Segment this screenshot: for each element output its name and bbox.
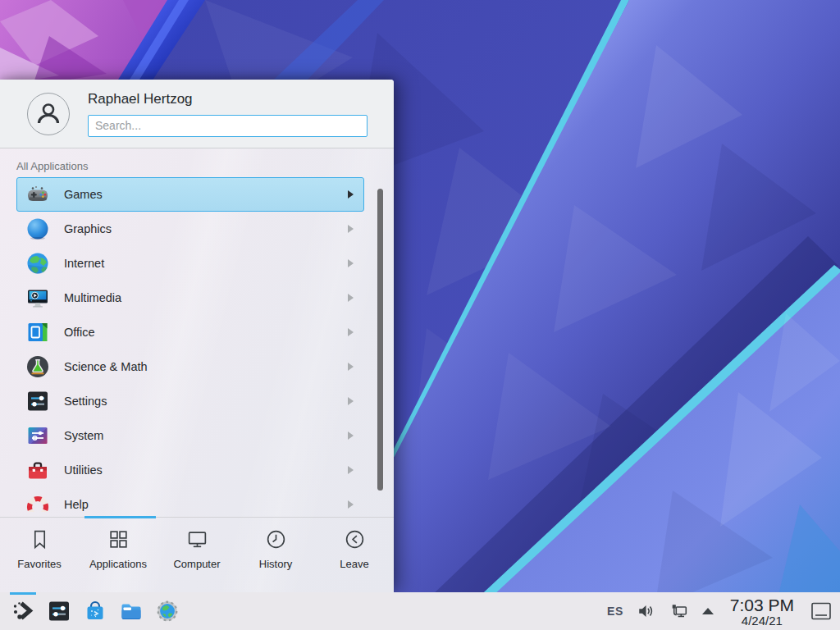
category-settings[interactable]: Settings [16,384,364,418]
application-launcher-button[interactable] [5,592,41,630]
category-label: Games [64,188,348,201]
category-label: Settings [64,395,348,408]
category-internet[interactable]: Internet [16,246,364,281]
science-icon [25,354,51,380]
person-icon [34,100,62,128]
system-icon [25,422,51,449]
internet-icon [25,250,51,276]
system-settings-launcher[interactable] [41,592,77,630]
application-launcher-popup: Raphael Hertzog All Applications [0,80,394,592]
search-input[interactable] [88,115,368,137]
web-browser-launcher[interactable] [149,592,185,630]
section-label: All Applications [16,160,394,172]
submenu-arrow-icon [348,328,354,336]
system-tray: ES 7:03 PM 4/24/21 [602,592,840,630]
discover-icon [82,598,108,624]
kde-launcher-icon [10,598,36,624]
launcher-tab-bar: Favorites Applications Computer [0,517,394,592]
category-games[interactable]: Games [16,177,364,212]
network-icon [669,601,689,621]
submenu-arrow-icon [348,431,354,440]
leave-icon [344,528,366,550]
launcher-active-indicator [10,592,36,595]
category-label: Science & Math [64,360,348,373]
submenu-arrow-icon [348,190,354,199]
clock-time: 7:03 PM [730,596,794,614]
category-system[interactable]: System [16,418,364,453]
show-desktop-button[interactable] [809,599,833,623]
taskbar: ES 7:03 PM 4/24/21 [0,592,840,630]
help-icon [25,491,51,512]
utilities-icon [25,457,51,483]
system-settings-icon [46,598,72,624]
category-science-math[interactable]: Science & Math [16,349,364,384]
user-name: Raphael Hertzog [88,91,369,107]
category-help[interactable]: Help [16,487,364,512]
games-icon [25,181,51,208]
category-label: System [64,429,348,442]
application-category-list: Games Graphics [0,177,394,512]
category-office[interactable]: Office [16,315,364,349]
submenu-arrow-icon [348,397,354,405]
category-label: Help [64,498,348,511]
submenu-arrow-icon [348,225,354,233]
submenu-arrow-icon [348,500,354,509]
speaker-icon [637,601,656,621]
folder-icon [118,598,144,624]
category-label: Internet [64,257,348,270]
user-avatar[interactable] [27,93,70,135]
submenu-arrow-icon [348,466,354,474]
applications-icon [107,528,130,550]
keyboard-layout-indicator[interactable]: ES [602,592,628,630]
network-tray-icon[interactable] [664,592,694,630]
submenu-arrow-icon [348,294,354,302]
settings-icon [25,388,51,414]
file-manager-launcher[interactable] [113,592,149,630]
tab-leave[interactable]: Leave [315,528,394,592]
submenu-arrow-icon [348,363,354,371]
web-browser-icon [155,599,180,623]
caret-up-icon [702,608,714,614]
category-label: Utilities [64,463,348,477]
tab-computer[interactable]: Computer [158,528,236,592]
computer-icon [186,528,208,550]
submenu-arrow-icon [348,259,354,267]
scrollbar[interactable] [377,189,383,491]
history-icon [265,528,287,550]
category-graphics[interactable]: Graphics [16,212,364,246]
launcher-header: Raphael Hertzog [0,80,394,148]
category-multimedia[interactable]: Multimedia [16,281,364,315]
volume-tray-icon[interactable] [632,592,661,630]
tab-history[interactable]: History [236,528,315,592]
show-desktop-icon [810,601,832,621]
active-tab-indicator [84,516,156,518]
category-label: Graphics [64,222,348,235]
discover-launcher[interactable] [77,592,113,630]
tray-expand-button[interactable] [697,592,719,630]
multimedia-icon [25,285,51,311]
digital-clock[interactable]: 7:03 PM 4/24/21 [722,592,802,630]
tab-applications[interactable]: Applications [79,528,158,592]
tab-favorites[interactable]: Favorites [0,528,79,592]
category-label: Multimedia [64,291,348,304]
category-utilities[interactable]: Utilities [16,453,364,487]
clock-date: 4/24/21 [742,614,783,628]
graphics-icon [25,216,51,242]
office-icon [25,319,51,345]
favorites-icon [29,528,51,550]
category-label: Office [64,326,348,339]
